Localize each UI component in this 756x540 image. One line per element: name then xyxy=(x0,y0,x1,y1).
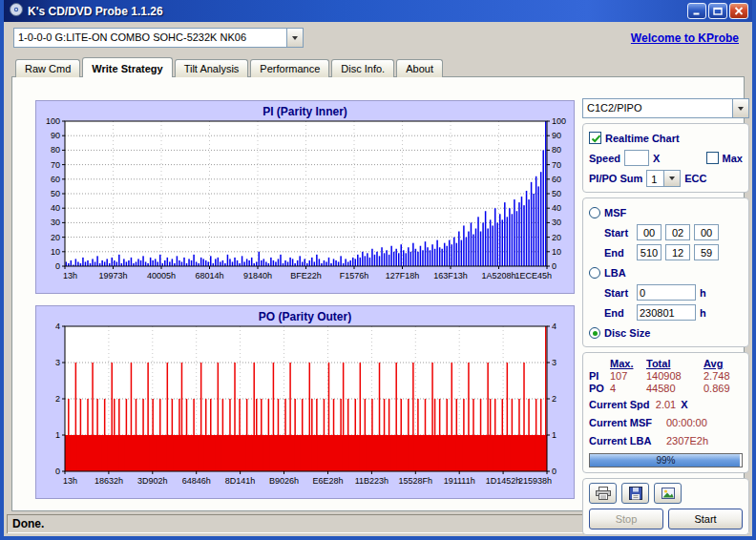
svg-text:10: 10 xyxy=(552,247,561,257)
lba-start-unit: h xyxy=(700,287,706,299)
tab-write-strategy[interactable]: Write Strategy xyxy=(82,57,172,77)
svg-text:0: 0 xyxy=(55,261,60,271)
msf-start-s[interactable] xyxy=(665,224,690,240)
pi-chart-panel: PI (Parity Inner) 0010102020303040405050… xyxy=(35,100,575,294)
minimize-button[interactable] xyxy=(687,3,706,19)
po-total-value: 44580 xyxy=(646,383,704,394)
svg-text:1: 1 xyxy=(55,430,60,440)
svg-text:15528Fh: 15528Fh xyxy=(399,476,433,486)
svg-text:50: 50 xyxy=(51,189,60,198)
range-group: MSF Start End LBA xyxy=(582,197,749,347)
chevron-down-icon[interactable] xyxy=(663,171,680,186)
pi-row-label: PI xyxy=(589,370,610,382)
svg-text:91840h: 91840h xyxy=(243,271,272,280)
svg-text:2: 2 xyxy=(552,394,556,404)
svg-text:E6E28h: E6E28h xyxy=(312,476,343,486)
svg-text:3: 3 xyxy=(552,358,556,367)
tab-bar: Raw CmdWrite StrategyTilt AnalysisPerfor… xyxy=(4,53,752,76)
max-speed-checkbox[interactable] xyxy=(706,152,719,164)
results-group: Max. Total Avg PI 107 140908 2.748 PO 4 … xyxy=(582,352,749,473)
tab-about[interactable]: About xyxy=(396,59,443,77)
tab-disc-info[interactable]: Disc Info. xyxy=(331,59,394,77)
close-button[interactable] xyxy=(729,3,748,19)
title-bar: K's CD/DVD Probe 1.1.26 xyxy=(4,0,752,22)
svg-text:0: 0 xyxy=(552,467,556,476)
svg-text:127F18h: 127F18h xyxy=(386,271,420,280)
svg-text:2: 2 xyxy=(55,394,60,404)
lba-label: LBA xyxy=(604,267,626,279)
stop-button[interactable]: Stop xyxy=(589,509,663,530)
progress-bar: 99% xyxy=(589,453,743,467)
tab-raw-cmd[interactable]: Raw Cmd xyxy=(15,59,80,77)
svg-text:4: 4 xyxy=(55,323,60,331)
chevron-down-icon[interactable] xyxy=(732,99,748,117)
svg-text:10: 10 xyxy=(51,247,60,257)
lba-end-input[interactable] xyxy=(637,304,696,321)
svg-text:40: 40 xyxy=(552,203,561,213)
svg-text:30: 30 xyxy=(552,218,561,227)
msf-end-s[interactable] xyxy=(665,244,690,260)
realtime-chart-checkbox[interactable] xyxy=(589,132,601,144)
start-button[interactable]: Start xyxy=(668,509,743,530)
msf-end-f[interactable] xyxy=(694,244,719,260)
svg-text:80: 80 xyxy=(552,145,561,155)
speed-input[interactable] xyxy=(624,150,649,166)
svg-text:1D1452h: 1D1452h xyxy=(486,476,521,486)
drive-select[interactable]: 1-0-0-0 G:LITE-ON COMBO SOHC-5232K NK06 xyxy=(13,28,304,48)
image-icon xyxy=(662,487,675,500)
chevron-down-icon[interactable] xyxy=(286,29,303,47)
svg-text:20: 20 xyxy=(552,233,561,242)
svg-text:13h: 13h xyxy=(63,271,77,280)
col-header-max: Max. xyxy=(610,358,646,369)
current-msf-value: 00:00:00 xyxy=(666,417,707,428)
svg-text:BFE22h: BFE22h xyxy=(290,271,322,280)
svg-text:1A5208h: 1A5208h xyxy=(481,271,515,280)
window-controls xyxy=(687,3,748,19)
svg-text:60: 60 xyxy=(552,175,561,184)
po-chart: 001122334413h18632h3D902h64846h8D141hB90… xyxy=(36,323,576,496)
po-avg-value: 0.869 xyxy=(704,383,744,394)
svg-text:68014h: 68014h xyxy=(195,271,223,280)
col-header-avg: Avg xyxy=(704,358,744,369)
svg-text:191111h: 191111h xyxy=(444,476,475,486)
msf-start-m[interactable] xyxy=(637,224,662,240)
svg-text:4: 4 xyxy=(552,323,556,331)
svg-text:70: 70 xyxy=(51,160,60,170)
save-button[interactable] xyxy=(621,483,649,504)
svg-text:64846h: 64846h xyxy=(182,476,211,486)
maximize-button[interactable] xyxy=(708,3,727,19)
check-icon xyxy=(590,133,602,145)
svg-text:19973h: 19973h xyxy=(98,271,127,280)
minimize-icon xyxy=(692,7,702,15)
welcome-link[interactable]: Welcome to KProbe xyxy=(631,31,739,45)
lba-radio[interactable] xyxy=(589,267,600,279)
close-icon xyxy=(734,7,744,15)
pipo-sum-select[interactable]: 1 xyxy=(646,170,681,187)
tab-performance[interactable]: Performance xyxy=(250,59,329,77)
print-button[interactable] xyxy=(589,483,617,504)
disc-size-label: Disc Size xyxy=(604,327,650,339)
mode-select[interactable]: C1C2/PIPO xyxy=(582,98,749,118)
svg-text:20: 20 xyxy=(51,233,60,242)
disc-size-radio[interactable] xyxy=(589,327,600,339)
pi-chart: 0010102020303040405050606070708080909010… xyxy=(36,118,576,291)
svg-text:3D902h: 3D902h xyxy=(137,476,168,486)
lba-end-unit: h xyxy=(700,307,706,319)
po-max-value: 4 xyxy=(610,383,646,394)
mode-select-value: C1C2/PIPO xyxy=(583,99,732,117)
lba-start-input[interactable] xyxy=(637,284,696,301)
msf-radio[interactable] xyxy=(589,207,600,218)
svg-text:60: 60 xyxy=(51,175,60,184)
tab-tilt-analysis[interactable]: Tilt Analysis xyxy=(175,59,249,77)
pi-max-value: 107 xyxy=(610,370,646,382)
export-image-button[interactable] xyxy=(654,483,682,504)
pi-total-value: 140908 xyxy=(646,370,704,382)
msf-end-m[interactable] xyxy=(637,244,662,260)
msf-start-f[interactable] xyxy=(694,224,719,240)
lba-end-label: End xyxy=(604,307,633,319)
current-speed-label: Current Spd xyxy=(589,399,651,410)
svg-text:0: 0 xyxy=(55,467,60,476)
msf-end-label: End xyxy=(604,247,633,259)
control-panel: C1C2/PIPO Realtime Chart Speed X xyxy=(582,98,749,535)
svg-text:11B223h: 11B223h xyxy=(355,476,388,486)
